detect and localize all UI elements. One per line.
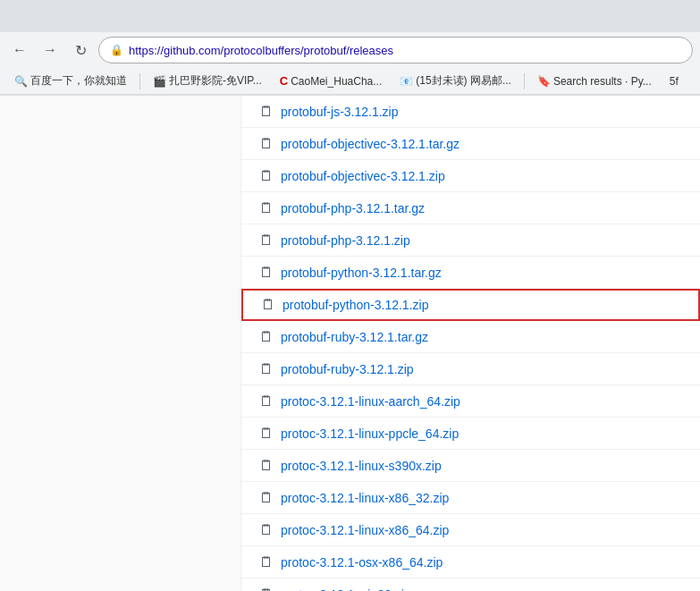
file-link[interactable]: protobuf-ruby-3.12.1.tar.gz [281, 330, 428, 344]
file-item: 🗒protobuf-python-3.12.1.tar.gz [241, 257, 700, 289]
bookmark-mail[interactable]: 📧 (15封未读) 网易邮... [392, 72, 519, 90]
file-icon: 🗒 [259, 200, 274, 216]
bookmark-search-label: Search results · Py... [553, 75, 652, 88]
bookmark-caomei[interactable]: C CaoMei_HuaCha... [273, 72, 389, 89]
file-item: 🗒protoc-3.12.1-linux-s390x.zip [241, 450, 700, 482]
file-link[interactable]: protobuf-python-3.12.1.tar.gz [281, 266, 442, 280]
bookmark-divider-2 [524, 73, 525, 89]
bookmark-movie-icon: 🎬 [153, 75, 166, 88]
file-icon: 🗒 [259, 329, 274, 345]
file-icon: 🗒 [259, 587, 274, 592]
file-icon: 🗒 [259, 490, 274, 506]
file-item: 🗒protobuf-python-3.12.1.zip [241, 289, 700, 321]
file-item: 🗒protobuf-php-3.12.1.tar.gz [241, 192, 700, 224]
bookmark-movie-label: 扎巴野影院-免VIP... [169, 73, 262, 89]
bookmark-5f[interactable]: 5f [662, 73, 686, 89]
file-item: 🗒protoc-3.12.1-win32.zip [241, 578, 700, 591]
file-link[interactable]: protoc-3.12.1-linux-aarch_64.zip [281, 394, 460, 409]
bookmark-caomei-label: CaoMei_HuaCha... [291, 75, 382, 88]
file-icon: 🗒 [259, 522, 274, 538]
file-link[interactable]: protobuf-python-3.12.1.zip [283, 298, 428, 312]
file-icon: 🗒 [259, 458, 274, 474]
file-link[interactable]: protobuf-objectivec-3.12.1.zip [281, 169, 445, 183]
bookmark-baidu-label: 百度一下，你就知道 [30, 73, 127, 89]
bookmark-5f-label: 5f [670, 75, 679, 88]
file-list: 🗒protobuf-js-3.12.1.zip🗒protobuf-objecti… [241, 96, 700, 591]
file-link[interactable]: protobuf-js-3.12.1.zip [281, 105, 399, 119]
url-text: https://github.com/protocolbuffers/proto… [129, 44, 393, 57]
file-icon: 🗒 [259, 265, 274, 281]
bookmarks-bar: 🔍 百度一下，你就知道 🎬 扎巴野影院-免VIP... C CaoMei_Hua… [0, 68, 700, 95]
file-link[interactable]: protoc-3.12.1-linux-ppcle_64.zip [281, 426, 459, 441]
file-item: 🗒protobuf-php-3.12.1.zip [241, 224, 700, 257]
file-item: 🗒protoc-3.12.1-linux-x86_64.zip [241, 514, 700, 546]
file-link[interactable]: protobuf-php-3.12.1.zip [281, 233, 410, 248]
file-item: 🗒protobuf-objectivec-3.12.1.zip [241, 160, 700, 192]
file-item: 🗒protoc-3.12.1-linux-x86_32.zip [241, 482, 700, 514]
bookmark-baidu[interactable]: 🔍 百度一下，你就知道 [7, 72, 134, 90]
back-button[interactable]: ← [7, 38, 32, 63]
file-item: 🗒protoc-3.12.1-linux-aarch_64.zip [241, 385, 700, 418]
file-link[interactable]: protobuf-ruby-3.12.1.zip [281, 362, 414, 376]
tab-bar [0, 0, 700, 32]
sidebar [0, 96, 241, 591]
lock-icon: 🔒 [110, 44, 123, 56]
file-icon: 🗒 [259, 232, 274, 249]
file-item: 🗒protobuf-ruby-3.12.1.zip [241, 353, 700, 385]
bookmark-mail-label: (15封未读) 网易邮... [416, 73, 511, 89]
file-icon: 🗒 [259, 393, 274, 409]
main-content: 🗒protobuf-js-3.12.1.zip🗒protobuf-objecti… [241, 96, 700, 591]
file-item: 🗒protobuf-js-3.12.1.zip [241, 96, 700, 128]
bookmark-movie[interactable]: 🎬 扎巴野影院-免VIP... [146, 72, 269, 90]
bookmark-caomei-icon: C [280, 74, 288, 88]
file-icon: 🗒 [259, 554, 274, 570]
bookmark-mail-icon: 📧 [400, 75, 413, 88]
file-item: 🗒protobuf-ruby-3.12.1.tar.gz [241, 321, 700, 353]
file-link[interactable]: protobuf-objectivec-3.12.1.tar.gz [281, 137, 460, 151]
file-icon: 🗒 [259, 136, 274, 152]
file-link[interactable]: protoc-3.12.1-osx-x86_64.zip [281, 555, 443, 570]
file-link[interactable]: protobuf-php-3.12.1.tar.gz [281, 201, 425, 215]
bookmark-baidu-icon: 🔍 [14, 75, 28, 88]
file-item: 🗒protoc-3.12.1-osx-x86_64.zip [241, 546, 700, 578]
file-link[interactable]: protoc-3.12.1-linux-s390x.zip [281, 459, 442, 473]
bookmark-search[interactable]: 🔖 Search results · Py... [530, 73, 659, 89]
file-icon: 🗒 [259, 168, 274, 184]
address-bar[interactable]: 🔒 https://github.com/protocolbuffers/pro… [98, 37, 693, 63]
file-item: 🗒protoc-3.12.1-linux-ppcle_64.zip [241, 418, 700, 450]
file-link[interactable]: protoc-3.12.1-win32.zip [281, 587, 411, 592]
file-link[interactable]: protoc-3.12.1-linux-x86_64.zip [281, 523, 449, 537]
refresh-button[interactable]: ↻ [68, 38, 93, 63]
file-icon: 🗒 [259, 104, 274, 120]
forward-button[interactable]: → [38, 38, 63, 63]
bookmark-search-icon: 🔖 [537, 75, 551, 88]
browser-chrome: ← → ↻ 🔒 https://github.com/protocolbuffe… [0, 0, 700, 96]
file-icon: 🗒 [259, 426, 274, 442]
nav-bar: ← → ↻ 🔒 https://github.com/protocolbuffe… [0, 32, 700, 68]
content-area: 🗒protobuf-js-3.12.1.zip🗒protobuf-objecti… [0, 96, 700, 591]
bookmark-divider-1 [139, 73, 140, 89]
file-item: 🗒protobuf-objectivec-3.12.1.tar.gz [241, 128, 700, 160]
file-icon: 🗒 [261, 297, 275, 313]
file-link[interactable]: protoc-3.12.1-linux-x86_32.zip [281, 491, 449, 505]
file-icon: 🗒 [259, 361, 274, 377]
